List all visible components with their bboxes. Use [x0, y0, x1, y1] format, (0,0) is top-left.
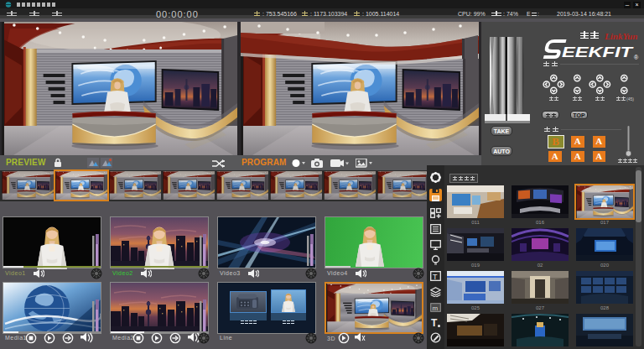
svg-text:T: T — [433, 273, 438, 281]
svg-text:m: m — [433, 305, 439, 312]
svg-text:EEKFIT: EEKFIT — [562, 44, 634, 60]
svg-text:®: ® — [634, 55, 639, 60]
svg-text:T: T — [431, 317, 438, 328]
